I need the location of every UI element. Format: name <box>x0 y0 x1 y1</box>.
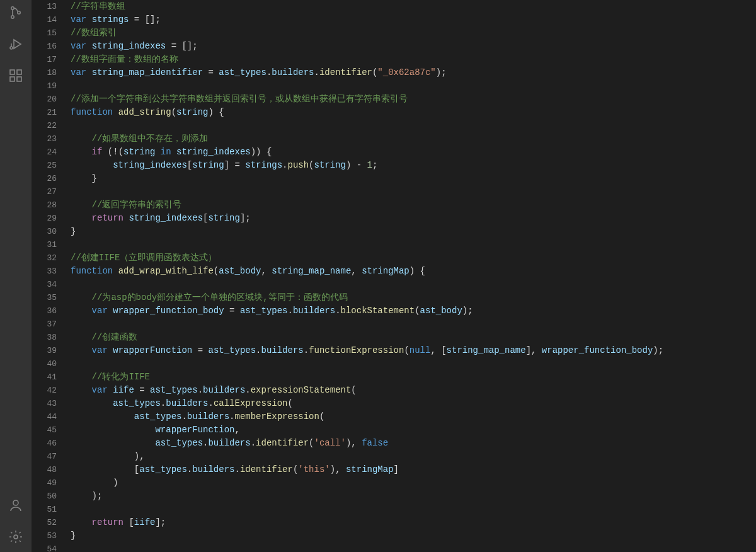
line-number: 46 <box>32 437 57 450</box>
code-line[interactable] <box>71 543 756 552</box>
code-line[interactable]: //添加一个字符串到公共字符串数组并返回索引号，或从数组中获得已有字符串索引号 <box>71 93 756 106</box>
code-line[interactable]: var wrapperFunction = ast_types.builders… <box>71 344 756 357</box>
svg-rect-8 <box>17 70 21 74</box>
source-control-icon[interactable] <box>0 3 32 23</box>
line-number: 51 <box>32 503 57 516</box>
line-number: 39 <box>32 344 57 357</box>
code-line[interactable]: var strings = []; <box>71 13 756 26</box>
extensions-icon[interactable] <box>0 66 32 86</box>
code-line[interactable] <box>71 503 756 516</box>
activity-bar <box>0 0 32 552</box>
code-line[interactable]: string_indexes[string] = strings.push(st… <box>71 159 756 172</box>
code-line[interactable]: function add_wrap_with_life(ast_body, st… <box>71 265 756 278</box>
code-line[interactable]: var string_map_identifier = ast_types.bu… <box>71 66 756 79</box>
code-line[interactable]: return string_indexes[string]; <box>71 212 756 225</box>
line-number: 25 <box>32 159 57 172</box>
code-line[interactable] <box>71 119 756 132</box>
line-number: 18 <box>32 66 57 79</box>
svg-marker-3 <box>14 40 21 49</box>
run-and-debug-icon[interactable] <box>0 34 32 54</box>
line-number: 45 <box>32 423 57 437</box>
code-line[interactable] <box>71 185 756 198</box>
code-line[interactable]: var string_indexes = []; <box>71 40 756 53</box>
code-line[interactable] <box>71 278 756 291</box>
code-line[interactable]: return [iife]; <box>71 516 756 529</box>
line-number: 44 <box>32 410 57 423</box>
code-line[interactable]: //创建IIFE（立即调用函数表达式） <box>71 251 756 265</box>
line-number: 30 <box>32 225 57 238</box>
code-line[interactable]: var iife = ast_types.builders.expression… <box>71 384 756 397</box>
svg-rect-6 <box>10 77 14 81</box>
line-number: 35 <box>32 291 57 304</box>
line-number: 22 <box>32 119 57 132</box>
code-line[interactable]: //转化为IIFE <box>71 371 756 384</box>
line-number: 50 <box>32 490 57 503</box>
code-line[interactable]: function add_string(string) { <box>71 106 756 119</box>
line-number: 27 <box>32 185 57 198</box>
svg-point-1 <box>11 16 14 18</box>
line-number: 21 <box>32 106 57 119</box>
line-number: 23 <box>32 132 57 146</box>
code-line[interactable] <box>71 318 756 331</box>
svg-rect-5 <box>10 70 14 74</box>
line-number: 26 <box>32 172 57 185</box>
svg-point-9 <box>13 500 18 505</box>
line-number: 40 <box>32 357 57 371</box>
line-number: 15 <box>32 26 57 40</box>
code-line[interactable]: var wrapper_function_body = ast_types.bu… <box>71 304 756 318</box>
code-line[interactable]: //为asp的body部分建立一个单独的区域块,等同于：函数的代码 <box>71 291 756 304</box>
code-line[interactable] <box>71 357 756 371</box>
line-number: 47 <box>32 450 57 463</box>
line-number: 17 <box>32 53 57 66</box>
code-line[interactable]: ast_types.builders.callExpression( <box>71 397 756 410</box>
line-number: 28 <box>32 198 57 212</box>
line-number: 19 <box>32 79 57 93</box>
code-line[interactable]: } <box>71 225 756 238</box>
svg-point-4 <box>10 47 13 49</box>
line-number: 31 <box>32 238 57 251</box>
code-line[interactable]: //创建函数 <box>71 331 756 344</box>
code-line[interactable]: if (!(string in string_indexes)) { <box>71 146 756 159</box>
code-content[interactable]: //字符串数组var strings = [];//数组索引var string… <box>66 0 756 552</box>
line-number: 36 <box>32 304 57 318</box>
code-line[interactable] <box>71 238 756 251</box>
code-line[interactable]: } <box>71 529 756 543</box>
svg-point-2 <box>18 11 20 14</box>
line-number: 29 <box>32 212 57 225</box>
svg-point-10 <box>14 535 18 539</box>
line-number: 20 <box>32 93 57 106</box>
line-number: 48 <box>32 463 57 476</box>
code-editor[interactable]: 1314151617181920212223242526272829303132… <box>32 0 756 552</box>
code-line[interactable]: [ast_types.builders.identifier('this'), … <box>71 463 756 476</box>
code-line[interactable]: //如果数组中不存在，则添加 <box>71 132 756 146</box>
line-number: 53 <box>32 529 57 543</box>
code-line[interactable]: ), <box>71 450 756 463</box>
code-line[interactable]: ) <box>71 476 756 490</box>
svg-point-0 <box>11 7 14 9</box>
line-number: 37 <box>32 318 57 331</box>
line-number: 24 <box>32 146 57 159</box>
line-number: 33 <box>32 265 57 278</box>
line-number: 43 <box>32 397 57 410</box>
code-line[interactable]: ast_types.builders.memberExpression( <box>71 410 756 423</box>
app-root: 1314151617181920212223242526272829303132… <box>0 0 756 552</box>
line-number: 54 <box>32 543 57 552</box>
line-number: 41 <box>32 371 57 384</box>
code-line[interactable]: //数组字面量：数组的名称 <box>71 53 756 66</box>
code-line[interactable] <box>71 79 756 93</box>
code-line[interactable]: //数组索引 <box>71 26 756 40</box>
code-line[interactable]: wrapperFunction, <box>71 423 756 437</box>
code-line[interactable]: ); <box>71 490 756 503</box>
line-number: 14 <box>32 13 57 26</box>
svg-rect-7 <box>17 77 21 81</box>
code-line[interactable]: } <box>71 172 756 185</box>
settings-gear-icon[interactable] <box>0 527 32 547</box>
accounts-icon[interactable] <box>0 495 32 515</box>
line-number: 13 <box>32 0 57 13</box>
line-number: 38 <box>32 331 57 344</box>
code-line[interactable]: //字符串数组 <box>71 0 756 13</box>
code-line[interactable]: ast_types.builders.identifier('call'), f… <box>71 437 756 450</box>
line-number: 34 <box>32 278 57 291</box>
line-number: 49 <box>32 476 57 490</box>
code-line[interactable]: //返回字符串的索引号 <box>71 198 756 212</box>
